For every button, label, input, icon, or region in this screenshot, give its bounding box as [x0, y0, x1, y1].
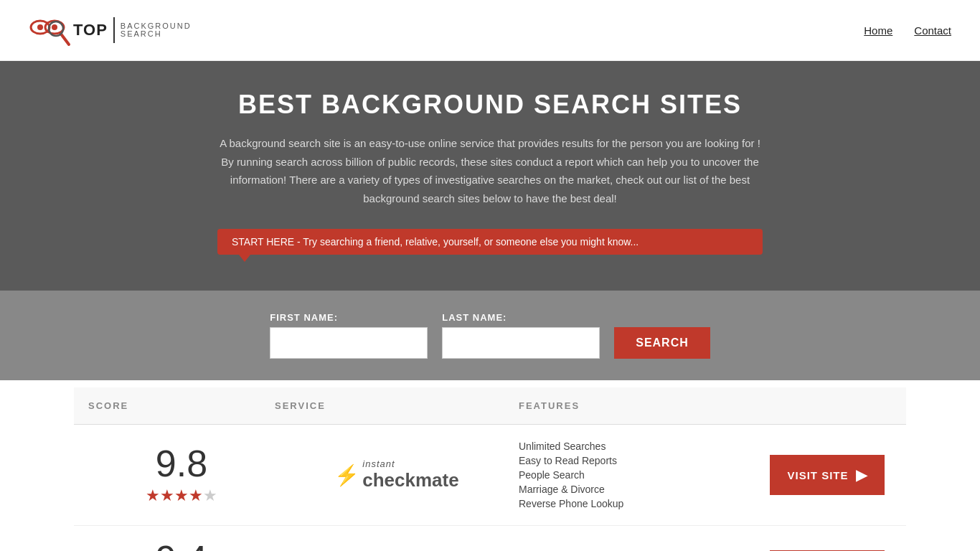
- table-row: 9.8 ★★★★★ ⚡ instant checkmate Unlimited …: [74, 425, 906, 526]
- feature-item: Unlimited Searches: [519, 439, 763, 453]
- features-cell-1: Unlimited Searches Easy to Read Reports …: [519, 439, 763, 511]
- header-action: [763, 400, 892, 411]
- first-name-input[interactable]: [270, 327, 428, 359]
- score-cell-1: 9.8 ★★★★★: [88, 445, 275, 505]
- header-service: SERVICE: [275, 400, 519, 411]
- logo-sub2: SEARCH: [121, 30, 192, 38]
- header-features: FEATURES: [519, 400, 763, 411]
- stars-1: ★★★★★: [88, 486, 275, 505]
- logo: TOP BACKGROUND SEARCH: [29, 11, 192, 49]
- callout-bubble: START HERE - Try searching a friend, rel…: [217, 229, 763, 255]
- main-nav: Home Contact: [864, 24, 951, 37]
- svg-point-3: [52, 24, 57, 30]
- checkmate-logo: ⚡ instant checkmate: [334, 458, 458, 491]
- service-cell-1: ⚡ instant checkmate: [275, 458, 519, 491]
- hero-title: BEST BACKGROUND SEARCH SITES: [14, 90, 966, 120]
- feature-item: Reverse Phone Lookup: [519, 496, 763, 511]
- lightning-icon: ⚡: [334, 463, 359, 487]
- last-name-label: LAST NAME:: [442, 312, 600, 323]
- feature-item: Easy to Read Reports: [519, 453, 763, 468]
- feature-item: People Search: [519, 468, 763, 482]
- logo-top-text: TOP: [73, 21, 108, 39]
- callout-text: START HERE - Try searching a friend, rel…: [232, 236, 639, 248]
- score-cell-2: 9.4 ★★★★★: [88, 540, 275, 551]
- hero-description: A background search site is an easy-to-u…: [217, 134, 763, 207]
- callout-wrapper: START HERE - Try searching a friend, rel…: [217, 229, 763, 255]
- site-header: TOP BACKGROUND SEARCH Home Contact: [0, 0, 980, 61]
- logo-text-group: TOP BACKGROUND SEARCH: [73, 17, 192, 43]
- table-headers: SCORE SERVICE FEATURES: [74, 387, 906, 425]
- visit-site-button-1[interactable]: VISIT SITE ▶: [770, 455, 885, 495]
- last-name-input[interactable]: [442, 327, 600, 359]
- hero-section: BEST BACKGROUND SEARCH SITES A backgroun…: [0, 61, 980, 291]
- first-name-label: FIRST NAME:: [270, 312, 428, 323]
- search-button[interactable]: SEARCH: [614, 327, 710, 359]
- search-panel: FIRST NAME: LAST NAME: SEARCH: [0, 291, 980, 380]
- results-area: SCORE SERVICE FEATURES 9.8 ★★★★★ ⚡ insta…: [60, 387, 920, 551]
- last-name-group: LAST NAME:: [442, 312, 600, 359]
- table-row: 9.4 ★★★★★ PeopleLooker Accurate and up-t…: [74, 526, 906, 551]
- first-name-group: FIRST NAME:: [270, 312, 428, 359]
- logo-icon: [29, 11, 73, 49]
- svg-point-2: [37, 24, 43, 30]
- arrow-icon: ▶: [856, 466, 867, 484]
- nav-contact[interactable]: Contact: [914, 24, 951, 37]
- logo-divider: [113, 17, 115, 43]
- visit-cell-1: VISIT SITE ▶: [763, 455, 892, 495]
- search-form: FIRST NAME: LAST NAME: SEARCH: [167, 312, 813, 359]
- checkmate-text: instant checkmate: [362, 458, 458, 491]
- nav-home[interactable]: Home: [864, 24, 892, 37]
- svg-line-4: [60, 33, 69, 44]
- features-list-1: Unlimited Searches Easy to Read Reports …: [519, 439, 763, 511]
- header-score: SCORE: [88, 400, 275, 411]
- logo-subtitle: BACKGROUND SEARCH: [121, 22, 192, 38]
- score-number-2: 9.4: [88, 540, 275, 551]
- feature-item: Marriage & Divorce: [519, 482, 763, 496]
- score-number-1: 9.8: [88, 445, 275, 482]
